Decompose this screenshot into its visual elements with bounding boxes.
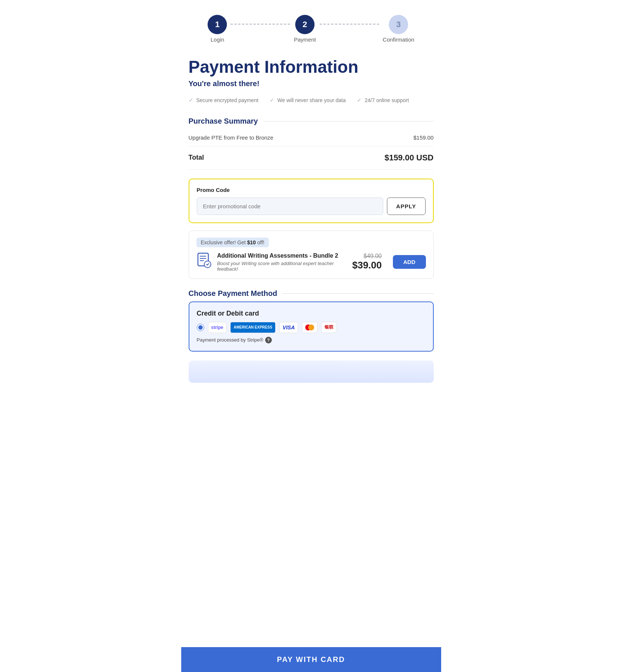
step-2-label: Payment [294, 36, 316, 43]
page-subtitle: You're almost there! [189, 79, 434, 88]
check-icon-1: ✓ [189, 97, 193, 104]
step-3-circle: 3 [389, 15, 408, 34]
payment-method-section: Choose Payment Method Credit or Debit ca… [189, 289, 434, 352]
stripe-note: Payment processed by Stripe® ? [197, 337, 426, 343]
upsell-description: Boost your Writing score with additional… [217, 261, 352, 272]
step-divider-2 [320, 24, 379, 25]
step-2: 2 Payment [294, 15, 316, 43]
upsell-card: Exclusive offer! Get $10 off! Additiona [189, 231, 434, 279]
step-divider-1 [231, 24, 290, 25]
check-icon-2: ✓ [270, 97, 274, 104]
visa-logo: VISA [279, 322, 298, 333]
step-3-label: Confirmation [383, 36, 414, 43]
trust-badge-1: ✓ Secure encrypted payment [189, 97, 258, 104]
upsell-old-price: $49.00 [352, 253, 382, 260]
upsell-writing-icon [196, 252, 212, 271]
page-title: Payment Information [189, 58, 434, 76]
summary-item-price: $159.00 [413, 134, 433, 141]
step-3: 3 Confirmation [383, 15, 414, 43]
stripe-logo: stripe [208, 322, 227, 333]
promo-label: Promo Code [197, 187, 426, 193]
step-2-circle: 2 [295, 15, 315, 34]
upsell-row: Additional Writing Assessments - Bundle … [196, 252, 426, 272]
upsell-price-block: $49.00 $39.00 [352, 253, 382, 271]
upsell-add-button[interactable]: ADD [393, 255, 426, 269]
purchase-summary: Purchase Summary Upgrade PTE from Free t… [189, 117, 434, 170]
credit-card-title: Credit or Debit card [197, 310, 426, 317]
summary-item-label: Upgrade PTE from Free to Bronze [189, 134, 273, 141]
mastercard-logo [302, 322, 317, 333]
payment-method-title: Choose Payment Method [189, 289, 434, 298]
total-row: Total $159.00 USD [189, 146, 434, 170]
total-label: Total [189, 154, 204, 162]
check-icon-3: ✓ [357, 97, 362, 104]
upsell-new-price: $39.00 [352, 260, 382, 271]
credit-card-radio[interactable] [197, 324, 204, 331]
card-input-partial [189, 361, 434, 383]
upsell-title: Additional Writing Assessments - Bundle … [217, 252, 352, 259]
unionpay-logo: 银联 [321, 322, 337, 333]
stripe-info-icon[interactable]: ? [265, 337, 272, 343]
promo-code-section: Promo Code APPLY [189, 179, 434, 223]
step-1-label: Login [211, 36, 224, 43]
credit-card-option[interactable]: Credit or Debit card stripe AMERICAN EXP… [189, 301, 434, 352]
upsell-offer-badge: Exclusive offer! Get $10 off! [196, 238, 426, 252]
trust-badge-3: ✓ 24/7 online support [357, 97, 409, 104]
promo-apply-button[interactable]: APPLY [387, 198, 426, 215]
amex-logo: AMERICAN EXPRESS [230, 322, 276, 333]
trust-badges: ✓ Secure encrypted payment ✓ We will nev… [189, 97, 434, 104]
step-1-circle: 1 [208, 15, 227, 34]
upsell-info: Additional Writing Assessments - Bundle … [196, 252, 352, 272]
step-1: 1 Login [208, 15, 227, 43]
upsell-right: $49.00 $39.00 ADD [352, 253, 426, 271]
summary-title: Purchase Summary [189, 117, 434, 125]
promo-input-row: APPLY [197, 198, 426, 215]
payment-logos-row: stripe AMERICAN EXPRESS VISA 银联 [197, 322, 426, 333]
summary-item-row: Upgrade PTE from Free to Bronze $159.00 [189, 129, 434, 146]
promo-input[interactable] [197, 198, 383, 215]
trust-badge-2: ✓ We will never share your data [270, 97, 346, 104]
step-indicator: 1 Login 2 Payment 3 Confirmation [189, 15, 434, 43]
upsell-text: Additional Writing Assessments - Bundle … [217, 252, 352, 272]
total-amount: $159.00 USD [384, 153, 433, 163]
